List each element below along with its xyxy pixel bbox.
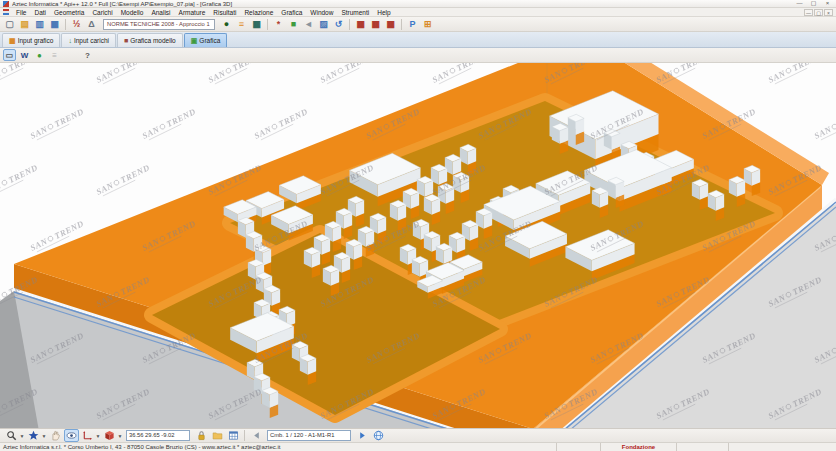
menu-item-modello[interactable]: Modello — [117, 8, 148, 17]
coordinates-field[interactable]: 36.56 29.65 -9.02 — [126, 430, 190, 441]
grid-tab-icon: ▦ — [9, 37, 16, 44]
norme-tecniche-dropdown[interactable]: NORME TECNICHE 2008 - Approccio 1 — [103, 19, 215, 30]
save-icon[interactable]: ▥ — [33, 18, 47, 31]
combination-field[interactable]: Cmb. 1 / 120 - A1-M1-R1 — [267, 430, 351, 441]
tab-grafica-modello[interactable]: ■Grafica modello — [117, 33, 183, 47]
dropdown-caret[interactable]: ▼ — [41, 433, 47, 439]
status-bar: Aztec Informatica s.r.l. * Corso Umberto… — [0, 443, 836, 451]
mdi-minimize-button[interactable]: — — [804, 9, 813, 16]
open-view-icon[interactable] — [210, 429, 225, 442]
materials-icon[interactable]: ● — [220, 18, 234, 31]
dropdown-caret[interactable]: ▼ — [19, 433, 25, 439]
svg-text:TREND: TREND — [343, 63, 376, 73]
mesh-edit-icon[interactable]: ▨ — [317, 18, 331, 31]
list-disabled-icon[interactable]: ≡ — [48, 49, 61, 61]
world-view-icon[interactable] — [371, 429, 386, 442]
views-star-icon[interactable] — [26, 429, 41, 442]
render-solid-icon[interactable]: ● — [33, 49, 46, 61]
sections-grid-icon[interactable]: ▦ — [250, 18, 264, 31]
print-icon[interactable]: P — [406, 18, 420, 31]
matrix-results-icon[interactable]: ▦ — [354, 18, 368, 31]
soil-strata-icon[interactable]: ≡ — [235, 18, 249, 31]
document-icon — [3, 9, 9, 15]
menu-item-strumenti[interactable]: Strumenti — [337, 8, 373, 17]
wireframe-w-icon[interactable]: W — [18, 49, 31, 61]
3d-viewport-canvas[interactable]: SANTRENDSANTRENDSANTRENDSANTRENDSANTREND… — [0, 63, 836, 428]
menu-item-armature[interactable]: Armature — [175, 8, 210, 17]
axes-origin-icon[interactable] — [80, 429, 95, 442]
view-toolbar: ▼▼▼▼36.56 29.65 -9.02Cmb. 1 / 120 - A1-M… — [0, 428, 836, 443]
menu-item-risultati[interactable]: Risultati — [209, 8, 240, 17]
matrix-delete-icon[interactable]: ▦ — [384, 18, 398, 31]
menu-item-carichi[interactable]: Carichi — [88, 8, 116, 17]
zoom-tool-icon[interactable] — [4, 429, 19, 442]
lock-view-icon[interactable] — [194, 429, 209, 442]
code-standards-icon[interactable]: Δ — [85, 18, 99, 31]
svg-text:TREND: TREND — [455, 63, 488, 73]
svg-text:SAN: SAN — [766, 68, 787, 85]
mdi-restore-button[interactable]: ▢ — [814, 9, 823, 16]
help-icon[interactable]: ? — [81, 49, 94, 61]
toolbar-separator — [65, 19, 66, 30]
menu-item-geometria[interactable]: Geometria — [50, 8, 88, 17]
app-window: Aztec Informatica * Api++ 12.0 * Full [C… — [0, 0, 836, 451]
company-status-text: Aztec Informatica s.r.l. * Corso Umberto… — [0, 443, 556, 451]
tab-input-grafico[interactable]: ▦Input grafico — [2, 33, 60, 47]
close-button[interactable]: × — [821, 0, 834, 7]
menu-item-window[interactable]: Window — [306, 8, 337, 17]
minimize-button[interactable]: — — [793, 0, 806, 7]
status-panel-3 — [728, 443, 836, 451]
toolbar-separator — [349, 19, 350, 30]
tab-input-carichi[interactable]: ↓Input carichi — [61, 33, 116, 47]
viewport: SANTRENDSANTRENDSANTRENDSANTRENDSANTREND… — [0, 63, 836, 428]
matrix-check-icon[interactable]: ▦ — [369, 18, 383, 31]
loads-tab-icon: ↓ — [68, 37, 72, 44]
pan-hand-icon[interactable] — [48, 429, 63, 442]
svg-text:TREND: TREND — [119, 162, 152, 185]
model-options-icon[interactable]: ■ — [287, 18, 301, 31]
next-combination-icon[interactable] — [355, 429, 370, 442]
report-icon[interactable]: ⊞ — [421, 18, 435, 31]
dropdown-caret[interactable]: ▼ — [95, 433, 101, 439]
notifications-icon[interactable]: ◄ — [302, 18, 316, 31]
recalc-icon[interactable]: ↺ — [332, 18, 346, 31]
menu-item-analisi[interactable]: Analisi — [147, 8, 174, 17]
menu-item-help[interactable]: Help — [373, 8, 394, 17]
redraw-eye-icon[interactable] — [64, 429, 79, 442]
select-window-icon[interactable]: ▭ — [3, 49, 16, 61]
tab-grafica[interactable]: ▣Grafica — [184, 33, 228, 47]
toolbar-separator — [267, 19, 268, 30]
save-all-icon[interactable]: ▦ — [48, 18, 62, 31]
solid-view-cube-icon[interactable] — [102, 429, 117, 442]
tab-label: Input grafico — [18, 37, 54, 44]
menu-item-dati[interactable]: Dati — [30, 8, 50, 17]
svg-text:SAN: SAN — [28, 236, 49, 253]
units-icon[interactable]: ½ — [70, 18, 84, 31]
status-panel-2 — [676, 443, 728, 451]
mdi-close-button[interactable]: × — [824, 9, 833, 16]
svg-text:TREND: TREND — [119, 63, 152, 73]
status-panel-0 — [556, 443, 600, 451]
mdi-window-controls: —▢× — [804, 9, 833, 16]
toolbar-separator — [401, 19, 402, 30]
menu-item-file[interactable]: File — [12, 8, 30, 17]
svg-text:SAN: SAN — [318, 68, 339, 85]
tab-label: Grafica — [199, 37, 220, 44]
svg-text:TREND: TREND — [7, 63, 40, 73]
svg-text:SAN: SAN — [140, 124, 161, 141]
graphics-tab-icon: ▣ — [191, 37, 198, 44]
new-file-icon[interactable]: ▢ — [3, 18, 17, 31]
analysis-options-icon[interactable]: * — [272, 18, 286, 31]
view-table-icon[interactable] — [226, 429, 241, 442]
menu-item-relazione[interactable]: Relazione — [240, 8, 277, 17]
dropdown-caret[interactable]: ▼ — [117, 433, 123, 439]
svg-text:TREND: TREND — [679, 63, 712, 73]
prev-combination-icon[interactable] — [249, 429, 264, 442]
maximize-button[interactable]: ▢ — [807, 0, 820, 7]
svg-text:TREND: TREND — [7, 162, 40, 185]
svg-text:SAN: SAN — [812, 124, 833, 141]
window-title: Aztec Informatica * Api++ 12.0 * Full [C… — [12, 0, 793, 8]
svg-text:SAN: SAN — [94, 180, 115, 197]
open-file-icon[interactable]: ▤ — [18, 18, 32, 31]
menu-item-grafica[interactable]: Grafica — [277, 8, 306, 17]
